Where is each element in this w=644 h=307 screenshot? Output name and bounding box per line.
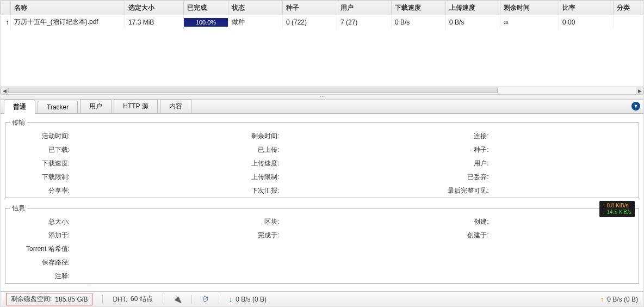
label-reannounce: 下次汇报 <box>219 186 279 195</box>
statusbar: 剩余磁盘空间: 185.85 GiB DHT: 60 结点 🔌 ⏱ ↓ 0 B/… <box>1 291 643 306</box>
status-download[interactable]: ↓ 0 B/s (0 B) <box>229 295 267 303</box>
label-comment: 注释 <box>10 272 70 281</box>
value-pieces <box>279 217 424 226</box>
col-category[interactable]: 分类 <box>614 1 644 15</box>
dht-label: DHT: <box>113 296 127 303</box>
label-addedon: 添加于 <box>10 231 70 240</box>
status-disk: 剩余磁盘空间: 185.85 GiB <box>6 293 92 305</box>
scroll-thumb[interactable] <box>8 88 498 93</box>
label-lastseen: 最后完整可见 <box>429 186 489 195</box>
chevron-down-icon[interactable]: ▼ <box>631 102 640 110</box>
col-eta[interactable]: 剩余时间 <box>500 1 559 15</box>
cell-ratio: 0.00 <box>559 15 614 29</box>
value-comment <box>70 272 634 281</box>
value-addedon <box>70 231 215 240</box>
label-ullimit: 上传限制 <box>219 173 279 182</box>
value-dllimit <box>70 173 215 182</box>
overlay-downspeed: ↓ 14.5 KiB/s <box>603 209 631 216</box>
label-wasted: 已丢弃 <box>429 173 489 182</box>
label-savepath: 保存路径 <box>10 258 70 267</box>
value-wasted <box>489 173 634 182</box>
value-reannounce <box>279 186 424 195</box>
label-createdby: 创建于 <box>429 231 489 240</box>
value-ullimit <box>279 173 424 182</box>
value-downloaded <box>70 145 215 155</box>
cell-dlspeed: 0 B/s <box>392 15 446 29</box>
cell-eta: ∞ <box>500 15 559 29</box>
col-done[interactable]: 已完成 <box>184 1 228 15</box>
value-createdby <box>489 231 634 240</box>
cell-status: 做种 <box>228 15 283 29</box>
tab-tracker[interactable]: Tracker <box>38 101 78 113</box>
col-seeds[interactable]: 种子 <box>283 1 337 15</box>
cell-peers: 7 (27) <box>337 15 392 29</box>
speedometer-icon[interactable]: ⏱ <box>202 295 209 303</box>
plug-icon[interactable]: 🔌 <box>173 295 182 303</box>
status-dht: DHT: 60 结点 <box>113 294 152 304</box>
separator <box>102 295 103 304</box>
cell-ulspeed: 0 B/s <box>446 15 500 29</box>
speed-overlay: ↑ 0.8 KiB/s ↓ 14.5 KiB/s <box>599 201 635 217</box>
label-downloaded: 已下载 <box>10 145 70 155</box>
seeding-icon: ↑ <box>4 19 11 26</box>
arrow-up-icon: ↑ <box>600 295 604 303</box>
label-pieces: 区块 <box>219 217 279 226</box>
value-lastseen <box>489 186 634 195</box>
information-fieldset: 信息 总大小 区块 创建 添加于 完成于 创建于 Torrent 哈希值 保存路… <box>5 204 639 284</box>
label-dllimit: 下载限制 <box>10 173 70 182</box>
col-dlspeed[interactable]: 下载速度 <box>392 1 446 15</box>
table-header: 名称 选定大小 已完成 状态 种子 用户 下载速度 上传速度 剩余时间 比率 分… <box>1 1 644 15</box>
info-legend: 信息 <box>10 204 27 213</box>
separator <box>219 295 219 304</box>
tab-peers[interactable]: 用户 <box>80 99 112 113</box>
details-panel: 传输 活动时间 剩余时间 连接 已下载 已上传 种子 下载速度 上传速度 用户 … <box>1 114 643 291</box>
separator <box>191 295 192 304</box>
status-ul-value: 0 B/s (0 B) <box>607 296 638 303</box>
value-created <box>489 217 634 226</box>
label-hash: Torrent 哈希值 <box>10 244 70 254</box>
scroll-track[interactable] <box>8 88 636 94</box>
value-hash <box>70 244 634 254</box>
label-peers: 用户 <box>429 159 489 168</box>
label-created: 创建 <box>429 217 489 226</box>
table-row[interactable]: ↑ 万历十五年_(增订纪念本).pdf 17.3 MiB 100.0% 做种 0… <box>1 15 644 29</box>
disk-value: 185.85 GiB <box>55 296 88 303</box>
cell-seeds: 0 (722) <box>283 15 337 29</box>
detail-tabbar: 普通 Tracker 用户 HTTP 源 内容 ▼ <box>1 100 643 114</box>
horizontal-scrollbar[interactable]: ◀ ▶ <box>1 87 643 94</box>
value-connections <box>489 132 634 141</box>
label-active: 活动时间 <box>10 132 70 141</box>
cell-size: 17.3 MiB <box>125 15 184 29</box>
status-upload[interactable]: ↑ 0 B/s (0 B) <box>600 295 638 303</box>
value-completedon <box>279 231 424 240</box>
app-window: 名称 选定大小 已完成 状态 种子 用户 下载速度 上传速度 剩余时间 比率 分… <box>0 0 644 307</box>
arrow-down-icon: ↓ <box>229 295 233 303</box>
value-dlspeed <box>70 159 215 168</box>
value-eta <box>279 132 424 141</box>
torrent-table: 名称 选定大小 已完成 状态 种子 用户 下载速度 上传速度 剩余时间 比率 分… <box>1 1 643 29</box>
col-icon[interactable] <box>1 1 11 15</box>
transfer-fieldset: 传输 活动时间 剩余时间 连接 已下载 已上传 种子 下载速度 上传速度 用户 … <box>5 118 639 198</box>
disk-label: 剩余磁盘空间: <box>11 294 52 304</box>
scroll-right-icon[interactable]: ▶ <box>636 88 643 94</box>
col-ulspeed[interactable]: 上传速度 <box>446 1 500 15</box>
tab-http-sources[interactable]: HTTP 源 <box>114 99 157 113</box>
scroll-left-icon[interactable]: ◀ <box>1 88 8 94</box>
label-uploaded: 已上传 <box>219 145 279 155</box>
separator <box>163 295 163 304</box>
dht-value: 60 结点 <box>131 294 153 304</box>
value-share <box>70 186 215 195</box>
transfer-legend: 传输 <box>10 118 27 127</box>
col-name[interactable]: 名称 <box>11 1 125 15</box>
value-totalsize <box>70 217 215 226</box>
value-active <box>70 132 215 141</box>
col-status[interactable]: 状态 <box>228 1 283 15</box>
tab-content[interactable]: 内容 <box>160 99 191 113</box>
label-seeds: 种子 <box>429 145 489 155</box>
col-size[interactable]: 选定大小 <box>125 1 184 15</box>
label-completedon: 完成于 <box>219 231 279 240</box>
col-ratio[interactable]: 比率 <box>559 1 614 15</box>
tab-general[interactable]: 普通 <box>4 100 35 114</box>
col-peers[interactable]: 用户 <box>337 1 392 15</box>
overlay-upspeed: ↑ 0.8 KiB/s <box>603 202 631 209</box>
